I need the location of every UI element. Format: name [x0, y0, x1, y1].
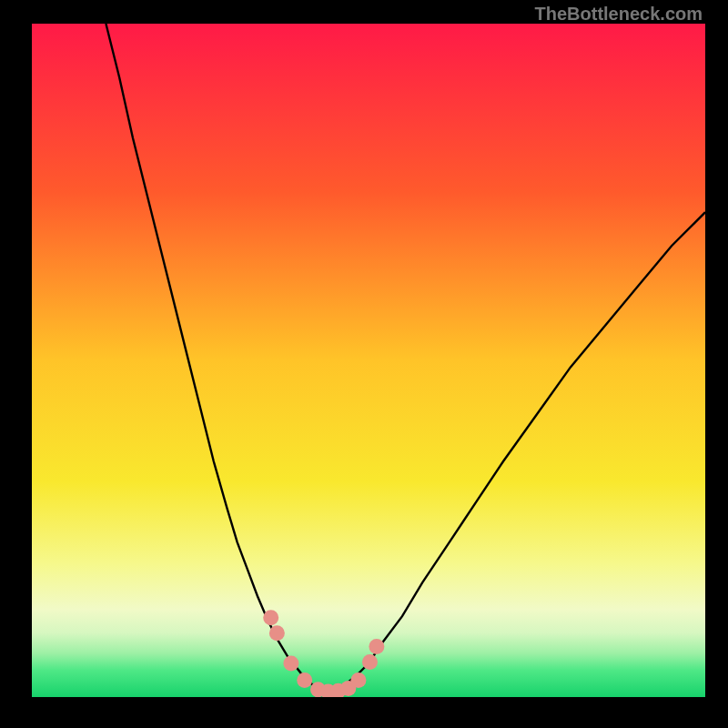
watermark-text: TheBottleneck.com	[535, 4, 703, 25]
marker-dot	[263, 610, 278, 625]
marker-dot	[269, 625, 285, 641]
gradient-bg	[32, 24, 705, 697]
marker-dot	[283, 656, 298, 672]
marker-dot	[350, 672, 366, 688]
frame: TheBottleneck.com	[0, 0, 728, 728]
plot-area	[32, 24, 705, 697]
marker-dot	[369, 639, 384, 654]
marker-dot	[297, 672, 312, 688]
marker-dot	[362, 654, 378, 670]
chart-svg	[32, 24, 705, 697]
